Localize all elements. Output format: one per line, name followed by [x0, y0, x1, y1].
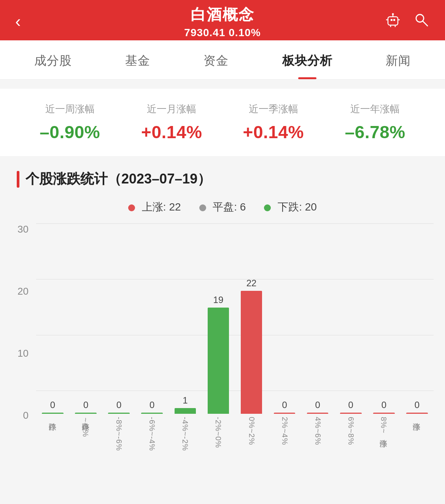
metrics-row: 近一周涨幅 –0.90% 近一月涨幅 +0.14% 近一季涨幅 +0.14% 近…: [19, 102, 426, 142]
x-label-text: 涨停: [412, 417, 422, 444]
x-label-item: 6%~8%: [334, 417, 367, 444]
x-label-text: -8%~-6%: [114, 417, 123, 444]
bar: [406, 413, 428, 414]
x-label-item: 跌停: [36, 417, 69, 444]
tab-fund[interactable]: 基金: [118, 40, 158, 79]
tab-news[interactable]: 新闻: [378, 40, 418, 79]
tab-components[interactable]: 成分股: [27, 40, 79, 79]
svg-rect-2: [393, 19, 395, 21]
metric-year-value: –6.78%: [324, 122, 426, 142]
bar: [340, 413, 362, 414]
x-label-item: -6%~-4%: [135, 417, 168, 444]
legend-flat-dot: [199, 204, 206, 211]
chart-area: 30 20 10 0 00001192200000 跌停跌停~-8%-8%~-6…: [11, 223, 434, 444]
bar-value-label: 0: [315, 400, 320, 410]
bar-group: 22: [235, 223, 268, 414]
x-label-text: 跌停~-8%: [81, 417, 91, 444]
bar-group: 19: [202, 223, 235, 414]
bar-group: 0: [102, 223, 135, 414]
chart-legend: 上涨: 22 平盘: 6 下跌: 20: [0, 196, 445, 223]
bar-group: 1: [168, 223, 202, 414]
bar-group: 0: [135, 223, 168, 414]
bar: [373, 413, 395, 414]
bar-value-label: 0: [116, 400, 121, 410]
bar-value-label: 0: [83, 400, 88, 410]
x-label-text: -6%~-4%: [148, 417, 156, 444]
x-label-item: 8%~涨停: [367, 417, 400, 444]
legend-rise: 上涨: 22: [128, 200, 181, 214]
section-title-bar: [17, 171, 19, 188]
svg-line-10: [423, 21, 428, 26]
y-label-20: 20: [17, 285, 29, 297]
tabs-bar: 成分股 基金 资金 板块分析 新闻: [0, 40, 445, 80]
bar-value-label: 19: [213, 295, 224, 305]
x-label-item: -8%~-6%: [102, 417, 135, 444]
y-label-30: 30: [17, 223, 29, 235]
metric-week-label: 近一周涨幅: [19, 102, 121, 116]
x-label-text: -4%~-2%: [181, 417, 189, 444]
x-label-text: 6%~8%: [346, 417, 355, 444]
bar-value-label: 0: [415, 400, 420, 410]
bar-group: 0: [69, 223, 102, 414]
bar-value-label: 0: [149, 400, 154, 410]
metric-year: 近一年涨幅 –6.78%: [324, 102, 426, 142]
bar-value-label: 0: [50, 400, 55, 410]
legend-rise-label: 上涨: 22: [142, 201, 181, 213]
section-title-wrap: 个股涨跌统计（2023–07–19）: [0, 156, 445, 196]
tab-sector-analysis[interactable]: 板块分析: [275, 40, 340, 79]
x-label-item: 2%~4%: [268, 417, 301, 444]
y-label-0: 0: [23, 410, 29, 421]
legend-fall-label: 下跌: 20: [278, 201, 317, 213]
section-title: 个股涨跌统计（2023–07–19）: [25, 170, 211, 188]
tab-capital[interactable]: 资金: [196, 40, 236, 79]
search-icon[interactable]: [412, 11, 430, 32]
bars-wrapper: 00001192200000: [36, 223, 434, 414]
bar-value-label: 0: [381, 400, 386, 410]
bar-value-label: 22: [246, 278, 257, 289]
svg-rect-1: [391, 19, 393, 21]
metric-week: 近一周涨幅 –0.90%: [19, 102, 121, 142]
bar-group: 0: [367, 223, 400, 414]
metric-quarter-value: +0.14%: [222, 122, 324, 142]
metric-quarter: 近一季涨幅 +0.14%: [222, 102, 324, 142]
x-label-text: 2%~4%: [280, 417, 289, 444]
metric-month: 近一月涨幅 +0.14%: [121, 102, 223, 142]
x-label-item: -4%~-2%: [168, 417, 202, 444]
back-button[interactable]: ‹: [15, 13, 21, 30]
svg-rect-0: [388, 17, 398, 25]
metric-month-value: +0.14%: [121, 122, 223, 142]
bar: [141, 413, 163, 414]
bar: [274, 413, 296, 414]
legend-rise-dot: [128, 204, 135, 211]
header-center: 白酒概念 7930.41 0.10%: [184, 4, 261, 39]
x-label-item: 跌停~-8%: [69, 417, 102, 444]
bar-value-label: 0: [348, 400, 353, 410]
legend-flat: 平盘: 6: [199, 200, 246, 214]
metric-month-label: 近一月涨幅: [121, 102, 223, 116]
bar-group: 0: [334, 223, 367, 414]
metric-year-label: 近一年涨幅: [324, 102, 426, 116]
x-label-text: -2%~0%: [214, 417, 222, 444]
bar-value-label: 1: [183, 395, 188, 406]
legend-fall-dot: [264, 204, 271, 211]
header-icons: [384, 11, 430, 32]
svg-point-4: [392, 13, 394, 15]
bar: [307, 413, 329, 414]
bar: [208, 308, 229, 414]
chart-container: 30 20 10 0 00001192200000 跌停跌停~-8%-8%~-6…: [0, 223, 445, 467]
x-label-text: 0%~2%: [247, 417, 256, 444]
bar: [175, 408, 196, 414]
x-label-item: 涨停: [400, 417, 434, 444]
metric-week-value: –0.90%: [19, 122, 121, 142]
x-label-text: 4%~6%: [313, 417, 322, 444]
svg-point-9: [416, 14, 424, 22]
y-axis: 30 20 10 0: [11, 223, 32, 421]
robot-icon[interactable]: [384, 11, 402, 32]
x-label-item: 0%~2%: [235, 417, 268, 444]
header-subtitle: 7930.41 0.10%: [184, 27, 261, 39]
bar-group: 0: [400, 223, 434, 414]
header: ‹ 白酒概念 7930.41 0.10%: [0, 0, 445, 40]
bar: [241, 291, 262, 414]
x-label-text: 8%~涨停: [379, 417, 389, 444]
legend-flat-label: 平盘: 6: [213, 201, 246, 213]
